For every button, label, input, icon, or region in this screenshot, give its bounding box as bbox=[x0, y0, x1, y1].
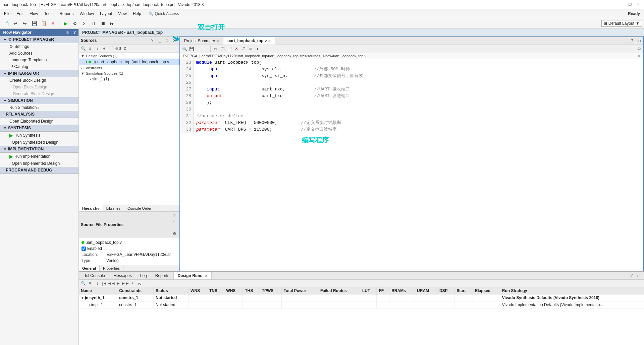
sfp-nav-left[interactable]: ← bbox=[171, 219, 177, 225]
tree-group-header-sim[interactable]: ▼ Simulation Sources (1) bbox=[79, 71, 179, 76]
flow-nav-icon1[interactable]: ≡ bbox=[66, 30, 69, 35]
run-button[interactable]: ▶ bbox=[61, 19, 69, 27]
settings-button[interactable]: ⚙ bbox=[71, 19, 79, 27]
code-lines[interactable]: module uart_loopback_top( input sys_clk,… bbox=[194, 59, 643, 133]
expand-synth1[interactable]: ▼ bbox=[81, 296, 84, 300]
flow-nav-icon3[interactable]: ? bbox=[73, 30, 76, 35]
copy-button[interactable]: 📋 bbox=[40, 19, 48, 27]
editor-body[interactable]: 23 24 25 26 27 28 29 30 31 32 33 bbox=[180, 59, 643, 271]
sources-file-btn[interactable]: 📄 bbox=[108, 46, 114, 52]
runs-add-btn[interactable]: + bbox=[129, 280, 136, 286]
menu-help[interactable]: Help bbox=[130, 11, 144, 17]
editor-back-btn[interactable]: ← bbox=[196, 46, 202, 52]
sources-expand-icon[interactable]: □ bbox=[164, 38, 170, 44]
fn-item-create-block-design[interactable]: Create Block Design bbox=[0, 77, 78, 84]
fn-item-ip-catalog[interactable]: IP Catalog bbox=[0, 63, 78, 70]
runs-search-btn[interactable]: 🔍 bbox=[80, 280, 86, 286]
sfp-tab-general[interactable]: General bbox=[79, 265, 100, 271]
menu-file[interactable]: File bbox=[1, 11, 13, 17]
editor-delete-btn[interactable]: ✕ bbox=[233, 46, 239, 52]
runs-next-btn[interactable]: ►► bbox=[122, 280, 128, 286]
editor-search-btn[interactable]: 🔍 bbox=[181, 46, 187, 52]
table-row-impl1[interactable]: › impl_1 constrs_1 Not started bbox=[79, 301, 644, 308]
editor-more-btn[interactable]: ♦ bbox=[255, 46, 261, 52]
fn-item-run-implementation[interactable]: ▶ Run Implementation bbox=[0, 153, 78, 160]
editor-forward-btn[interactable]: → bbox=[203, 46, 209, 52]
fn-item-run-simulation[interactable]: Run Simulation › bbox=[0, 104, 78, 111]
menu-reports[interactable]: Reports bbox=[57, 11, 76, 17]
sfp-enabled-checkbox[interactable] bbox=[82, 247, 86, 251]
maximize-button[interactable]: ❐ bbox=[627, 1, 633, 8]
pause-button[interactable]: ⏸ bbox=[90, 19, 98, 27]
stop-button[interactable]: ⏹ bbox=[99, 19, 107, 27]
tree-item-uart-top[interactable]: › ⊞ uart_loopback_top (uart_loopback_top… bbox=[79, 59, 179, 65]
editor-tab-min[interactable]: _ bbox=[635, 39, 637, 43]
menu-edit[interactable]: Edit bbox=[14, 11, 26, 17]
delete-button[interactable]: ✕ bbox=[49, 19, 57, 27]
table-row-synth1[interactable]: ▼ ▶ synth_1 constrs_1 Not started bbox=[79, 294, 644, 301]
tree-group-header-constraints[interactable]: › Constraints bbox=[79, 65, 179, 71]
sfp-settings-icon[interactable]: ⚙ bbox=[171, 231, 177, 237]
tab-reports[interactable]: Reports bbox=[151, 272, 174, 279]
tab-close-uart-top[interactable]: ✕ bbox=[268, 39, 271, 43]
menu-view[interactable]: View bbox=[115, 11, 129, 17]
sources-filter-btn[interactable]: ≡ bbox=[87, 46, 93, 52]
editor-copy-btn[interactable]: 📋 bbox=[219, 46, 225, 52]
fn-item-language-templates[interactable]: Language Templates bbox=[0, 57, 78, 63]
section-title-project-manager[interactable]: ▼ ⚙ PROJECT MANAGER bbox=[0, 36, 78, 43]
editor-save-btn[interactable]: 💾 bbox=[189, 46, 195, 52]
fn-item-open-elaborated[interactable]: Open Elaborated Design bbox=[0, 118, 78, 125]
editor-comment-btn[interactable]: // bbox=[240, 46, 247, 52]
runs-first-btn[interactable]: |◄ bbox=[101, 280, 107, 286]
sources-close-icon[interactable]: ✕ bbox=[171, 38, 177, 44]
editor-gear-icon[interactable]: ⚙ bbox=[636, 46, 642, 52]
fn-item-add-sources[interactable]: Add Sources bbox=[0, 50, 78, 57]
fn-item-settings[interactable]: ⚙ Settings bbox=[0, 43, 78, 50]
minimize-button[interactable]: — bbox=[619, 1, 625, 8]
section-title-prog-debug[interactable]: › PROGRAM AND DEBUG bbox=[0, 167, 78, 174]
menu-tools[interactable]: Tools bbox=[41, 11, 56, 17]
sources-search-btn[interactable]: 🔍 bbox=[80, 46, 86, 52]
editor-tab-project-summary[interactable]: Project Summary ✕ bbox=[180, 37, 223, 45]
fn-item-open-implemented[interactable]: › Open Implemented Design bbox=[0, 160, 78, 167]
new-button[interactable]: 📄 bbox=[2, 19, 10, 27]
sources-search-icon[interactable]: ? bbox=[149, 38, 155, 44]
menu-flow[interactable]: Flow bbox=[27, 11, 41, 17]
tab-compile-order[interactable]: Compile Order bbox=[124, 205, 155, 211]
sources-minus-icon[interactable]: _ bbox=[157, 38, 163, 44]
editor-path-close[interactable]: ✕ bbox=[638, 54, 641, 58]
sources-sort-btn[interactable]: ↕ bbox=[94, 46, 100, 52]
tab-tcl-console[interactable]: Tcl Console bbox=[80, 272, 109, 279]
tab-hierarchy[interactable]: Hierarchy bbox=[79, 205, 103, 211]
bottom-help[interactable]: ? bbox=[630, 273, 633, 278]
tree-item-sim1[interactable]: › sim_1 (1) bbox=[79, 76, 179, 82]
runs-percent-btn[interactable]: % bbox=[137, 280, 143, 286]
runs-play-btn[interactable]: ► bbox=[115, 280, 121, 286]
window-controls[interactable]: — ❐ ✕ bbox=[619, 1, 641, 8]
editor-tab-help[interactable]: ? bbox=[631, 39, 633, 43]
save-button[interactable]: 💾 bbox=[30, 19, 38, 27]
layout-dropdown[interactable]: ⊞ Default Layout ▼ bbox=[601, 20, 642, 27]
editor-paste-btn[interactable]: 📄 bbox=[226, 46, 232, 52]
sources-add-btn[interactable]: + bbox=[101, 46, 107, 52]
undo-button[interactable]: ↩ bbox=[11, 19, 19, 27]
sources-settings-btn[interactable]: ⚙ bbox=[122, 46, 128, 52]
section-title-ip-integrator[interactable]: ▼ IP INTEGRATOR bbox=[0, 70, 78, 77]
fn-item-run-synthesis[interactable]: ▶ Run Synthesis bbox=[0, 132, 78, 139]
section-title-impl[interactable]: ▼ IMPLEMENTATION bbox=[0, 146, 78, 153]
bottom-max[interactable]: □ bbox=[638, 273, 640, 278]
editor-wave-btn[interactable]: ≋ bbox=[248, 46, 254, 52]
design-runs-close[interactable]: ✕ bbox=[205, 274, 207, 278]
runs-prev-btn[interactable]: ◄◄ bbox=[108, 280, 114, 286]
redo-button[interactable]: ↪ bbox=[21, 19, 29, 27]
menu-window[interactable]: Window bbox=[77, 11, 97, 17]
sfp-help-icon[interactable]: ? bbox=[171, 213, 177, 219]
tab-close-project-summary[interactable]: ✕ bbox=[216, 39, 219, 43]
tab-libraries[interactable]: Libraries bbox=[103, 205, 124, 211]
editor-tab-max[interactable]: □ bbox=[638, 39, 641, 43]
runs-filter-btn[interactable]: ≡ bbox=[87, 280, 93, 286]
expand-impl1[interactable]: › bbox=[89, 303, 90, 307]
tab-log[interactable]: Log bbox=[136, 272, 151, 279]
section-title-synthesis[interactable]: ▼ SYNTHESIS bbox=[0, 125, 78, 132]
quick-access[interactable]: 🔍 Quick Access bbox=[149, 11, 179, 16]
